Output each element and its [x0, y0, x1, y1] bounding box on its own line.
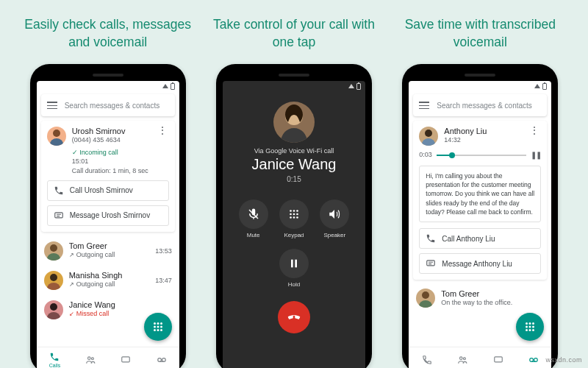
svg-point-3	[50, 244, 57, 252]
svg-point-43	[532, 322, 534, 325]
svg-point-13	[157, 326, 159, 328]
phone-mockup-3: Search messages & contacts Anthony Liu 1…	[402, 64, 558, 368]
tab-voicemail[interactable]	[528, 355, 539, 365]
watermark: wsxdn.com	[545, 356, 582, 364]
phone-icon	[426, 233, 436, 244]
svg-rect-20	[122, 357, 130, 362]
call-status: Incoming call	[79, 149, 118, 156]
contact-number: (0044) 435 4634	[72, 135, 150, 145]
message-icon	[54, 210, 64, 221]
signal-icon	[348, 84, 354, 88]
tab-contacts[interactable]	[85, 355, 96, 365]
list-name: Tom Greer	[69, 241, 149, 250]
tab-label: Calls	[49, 363, 61, 368]
menu-icon[interactable]	[419, 102, 429, 109]
list-sub: Outgoing call	[76, 251, 115, 258]
message-action[interactable]: Message Anthony Liu	[419, 253, 541, 274]
list-name: Manisha Singh	[69, 271, 149, 280]
bottom-nav	[409, 347, 551, 368]
audio-player[interactable]: 0:03 ❚❚	[419, 150, 541, 160]
tab-calls[interactable]	[422, 355, 432, 365]
message-icon	[426, 258, 436, 269]
pause-icon[interactable]: ❚❚	[531, 151, 541, 159]
list-sub: Missed call	[76, 310, 110, 317]
vm-name: Anthony Liu	[444, 127, 522, 135]
svg-point-48	[529, 329, 531, 331]
call-action[interactable]: Call Urosh Smirnov	[47, 180, 169, 201]
avatar	[44, 300, 63, 319]
svg-point-53	[530, 358, 534, 361]
svg-point-21	[157, 358, 161, 361]
list-item[interactable]: Tom Greer On the way to the office.	[409, 284, 551, 308]
mute-label: Mute	[247, 232, 260, 238]
message-action-label: Message Urosh Smirnov	[70, 211, 150, 219]
phone-mockup-1: Search messages & contacts Urosh Smirnov…	[30, 64, 186, 368]
list-time: 13:47	[155, 277, 172, 284]
svg-point-40	[419, 300, 432, 308]
avatar	[419, 127, 438, 146]
signal-icon	[534, 84, 540, 88]
svg-point-17	[160, 329, 162, 331]
search-bar[interactable]: Search messages & contacts	[41, 94, 175, 116]
svg-point-18	[88, 357, 91, 360]
caller-name: Janice Wang	[223, 156, 365, 173]
message-action[interactable]: Message Urosh Smirnov	[47, 205, 169, 226]
speaker-button[interactable]: Speaker	[320, 199, 349, 238]
avatar	[44, 271, 63, 290]
hold-label: Hold	[288, 281, 300, 288]
message-action-label: Message Anthony Liu	[442, 260, 512, 268]
keypad-button[interactable]: Keypad	[279, 199, 309, 238]
svg-point-37	[422, 138, 435, 146]
search-placeholder: Search messages & contacts	[437, 102, 532, 110]
svg-point-41	[526, 322, 528, 325]
tab-messages[interactable]	[493, 355, 503, 365]
bottom-nav: Calls	[37, 347, 179, 368]
dialpad-fab[interactable]	[516, 313, 544, 341]
list-time: 13:53	[155, 247, 172, 255]
avatar	[416, 289, 435, 308]
svg-point-19	[92, 358, 94, 360]
more-icon[interactable]: ⋮	[156, 127, 169, 135]
status-bar	[409, 81, 551, 91]
hold-button[interactable]: Hold	[279, 249, 309, 288]
signal-icon	[162, 84, 168, 88]
svg-point-50	[460, 357, 463, 360]
voicemail-card: Anthony Liu 14:32 ⋮ 0:03 ❚❚ Hi, I'm call…	[413, 121, 547, 280]
mute-button[interactable]: Mute	[239, 199, 268, 238]
svg-point-39	[422, 291, 429, 299]
list-sub: On the way to the office.	[441, 298, 544, 308]
svg-point-47	[526, 329, 528, 331]
tab-voicemail[interactable]	[157, 355, 167, 365]
dialpad-fab[interactable]	[144, 313, 172, 341]
svg-point-29	[293, 213, 295, 216]
svg-point-9	[154, 322, 156, 325]
svg-point-10	[157, 322, 159, 325]
call-action-label: Call Anthony Liu	[442, 235, 495, 243]
list-item[interactable]: Tom Greer ↗Outgoing call 13:53	[37, 236, 179, 266]
svg-point-28	[290, 213, 292, 216]
contact-name: Urosh Smirnov	[72, 127, 150, 135]
svg-point-54	[534, 358, 538, 361]
list-item[interactable]: Manisha Singh ↗Outgoing call 13:47	[37, 266, 179, 295]
svg-point-14	[160, 326, 162, 328]
svg-point-0	[53, 130, 60, 137]
search-bar[interactable]: Search messages & contacts	[413, 94, 547, 116]
avatar	[47, 127, 66, 146]
svg-point-27	[296, 210, 298, 212]
svg-rect-52	[494, 357, 502, 362]
svg-point-46	[532, 326, 534, 328]
tab-messages[interactable]	[121, 355, 131, 365]
headline-2: Take control of your call with one tap	[209, 16, 379, 51]
headline-3: Save time with transcribed voicemail	[395, 16, 564, 51]
caller-avatar	[273, 102, 315, 143]
svg-point-44	[526, 326, 528, 328]
tab-contacts[interactable]	[457, 355, 467, 365]
seek-bar[interactable]	[437, 155, 526, 156]
svg-point-51	[464, 358, 466, 360]
more-icon[interactable]: ⋮	[528, 127, 541, 135]
end-call-button[interactable]	[278, 301, 310, 333]
tab-calls[interactable]: Calls	[49, 352, 61, 368]
call-action[interactable]: Call Anthony Liu	[419, 228, 541, 249]
menu-icon[interactable]	[47, 102, 57, 109]
contact-detail-card: Urosh Smirnov (0044) 435 4634 ✓ Incoming…	[41, 121, 175, 231]
